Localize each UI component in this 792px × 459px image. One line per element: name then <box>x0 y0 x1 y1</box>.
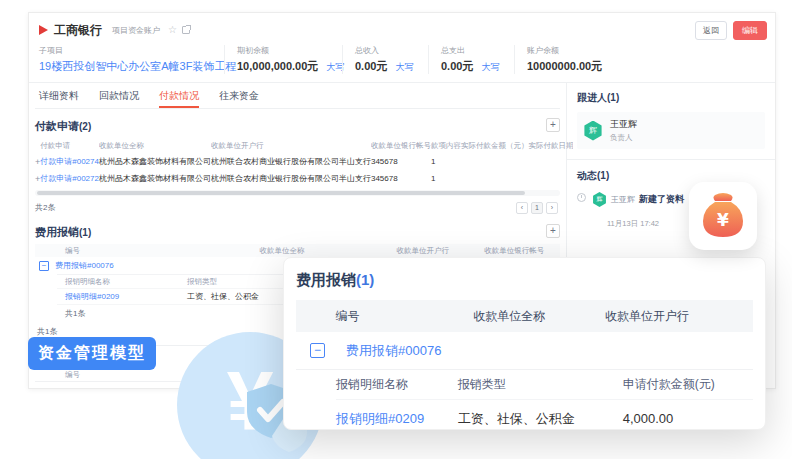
followers-title: 跟进人 <box>577 92 607 103</box>
overlay-title: 费用报销 <box>296 271 356 288</box>
col-header: 款项内容 <box>431 138 461 153</box>
follower-name: 王亚辉 <box>610 118 637 131</box>
cell-account: 345678 <box>371 170 431 187</box>
expense-table-header: 编号 收款单位全称 收款单位开户行 收款单位银行帐号 <box>35 244 560 257</box>
field-value: 10000000.00元 <box>527 59 602 74</box>
payment-request-link[interactable]: 付款申请#00272 <box>40 170 99 187</box>
add-expense-button[interactable]: + <box>546 224 560 238</box>
col-header: 报销明细名称 <box>336 376 458 393</box>
activity-action: 新建了资料 <box>639 193 684 206</box>
col-header: 编号 <box>35 370 195 380</box>
page-number[interactable]: 1 <box>531 202 543 214</box>
expense-link[interactable]: 费用报销#00076 <box>346 342 441 360</box>
col-header: 收款单位全称 <box>187 246 377 256</box>
topbar: 工商银行 项目资金账户 ☆ 返回 编辑 <box>29 13 775 43</box>
tab-bar: 详细资料 回款情况 付款情况 往来资金 <box>35 83 560 109</box>
cell-expense-type: 工资、社保、公积金 <box>458 410 623 428</box>
tab-current-funds[interactable]: 往来资金 <box>219 89 259 108</box>
field-subproject: 子项目 19楼西投创智中心办公室A幢3F装饰工程 <box>39 45 224 74</box>
subproject-link[interactable]: 19楼西投创智中心办公室A幢3F装饰工程 <box>39 59 212 74</box>
col-header: 收款单位全称 <box>99 138 211 153</box>
back-button[interactable]: 返回 <box>695 21 727 40</box>
field-total-expense: 总支出 0.00元大写 <box>428 45 514 74</box>
divider <box>567 159 775 160</box>
edit-button[interactable]: 编辑 <box>733 21 767 40</box>
field-value: 0.00元 <box>441 60 473 72</box>
followers-count: (1) <box>607 92 619 103</box>
overlay-count: (1) <box>356 271 374 288</box>
tab-details[interactable]: 详细资料 <box>39 89 79 108</box>
overlay-expense-row: − 费用报销#00076 <box>296 332 753 370</box>
col-header: 报销类型 <box>458 376 623 393</box>
uppercase-link[interactable]: 大写 <box>395 62 413 72</box>
activity-count: (1) <box>597 170 609 181</box>
expense-detail-link[interactable]: 报销明细#0209 <box>57 291 187 302</box>
col-header: 实际付款金额（元） <box>461 138 529 153</box>
cell-amount: 4,000.00 <box>623 411 753 426</box>
page-next-button[interactable]: › <box>546 202 558 214</box>
model-badge: 资金管理模型 <box>28 337 156 370</box>
add-payment-request-button[interactable]: + <box>546 118 560 132</box>
col-header: 申请付款金额(元) <box>623 376 753 393</box>
cell-company: 杭州品木森鑫装饰材料有限公司 <box>99 170 211 187</box>
field-label: 总支出 <box>441 45 502 56</box>
tab-payments[interactable]: 付款情况 <box>159 89 199 108</box>
brand-arrow-icon <box>39 25 48 35</box>
col-header: 收款单位银行帐号 <box>469 246 561 256</box>
payment-request-count: (2) <box>79 121 91 132</box>
pagination: ‹ 1 › <box>516 202 558 214</box>
payment-request-link[interactable]: 付款申请#00274 <box>40 153 99 170</box>
avatar: 辉 <box>583 121 603 141</box>
row-collapse-button[interactable]: − <box>310 343 325 358</box>
bag-yen-symbol: ¥ <box>717 210 729 230</box>
overlay-sub-header: 报销明细名称 报销类型 申请付款金额(元) <box>336 370 753 400</box>
table-row: + 付款申请#00274 杭州品木森鑫装饰材料有限公司 杭州联合农村商业银行股份… <box>35 153 573 170</box>
col-header: 付款申请 <box>40 138 99 153</box>
moneybag-card: ¥ <box>689 182 757 250</box>
scrollbar-thumb[interactable] <box>37 191 525 195</box>
avatar: 辉 <box>592 192 607 207</box>
col-header: 收款单位全称 <box>461 308 605 325</box>
cell-bank: 杭州联合农村商业银行股份有限公司半山支行 <box>211 170 371 187</box>
favorite-star-icon[interactable]: ☆ <box>168 25 177 35</box>
field-value: 0.00元 <box>355 60 387 72</box>
cell-company: 杭州品木森鑫装饰材料有限公司 <box>99 153 211 170</box>
cell-bank: 杭州联合农村商业银行股份有限公司半山支行 <box>211 153 371 170</box>
field-account-balance: 账户余额 10000000.00元 <box>514 45 614 74</box>
payment-request-table: 付款申请 收款单位全称 收款单位开户行 收款单位银行帐号 款项内容 实际付款金额… <box>35 138 573 187</box>
field-total-income: 总收入 0.00元大写 <box>342 45 428 74</box>
field-label: 子项目 <box>39 45 212 56</box>
payment-request-title: 付款申请 <box>35 120 79 132</box>
uppercase-link[interactable]: 大写 <box>481 62 499 72</box>
col-header: 报销明细名称 <box>57 277 187 287</box>
col-header: 收款单位银行帐号 <box>371 138 431 153</box>
col-header: 编号 <box>326 308 462 325</box>
expense-detail-link[interactable]: 报销明细#0209 <box>336 410 458 428</box>
follower-role: 负责人 <box>610 133 637 143</box>
expense-overlay-panel: 费用报销(1) 编号 收款单位全称 收款单位开户行 − 费用报销#00076 报… <box>283 257 766 430</box>
moneybag-icon: ¥ <box>701 193 745 239</box>
page-subtitle: 项目资金账户 <box>112 25 160 36</box>
field-value: 10,000,000.00元 <box>237 60 318 72</box>
activity-user: 王亚辉 <box>611 194 635 205</box>
col-header: 编号 <box>57 246 187 256</box>
expense-count: (1) <box>79 227 91 238</box>
expand-icon[interactable] <box>182 26 190 34</box>
follower-item[interactable]: 辉 王亚辉 负责人 <box>577 112 765 149</box>
row-collapse-button[interactable]: − <box>39 261 49 271</box>
col-header: 收款单位开户行 <box>211 138 371 153</box>
cell-content: 1 <box>431 170 461 187</box>
tab-collections[interactable]: 回款情况 <box>99 89 139 108</box>
cell-account: 345678 <box>371 153 431 170</box>
summary-bar: 子项目 19楼西投创智中心办公室A幢3F装饰工程 期初余额 10,000,000… <box>29 43 775 83</box>
expense-link[interactable]: 费用报销#00076 <box>55 260 114 271</box>
field-opening-balance: 期初余额 10,000,000.00元大写 <box>224 45 342 74</box>
col-header: 收款单位开户行 <box>377 246 469 256</box>
field-label: 账户余额 <box>527 45 602 56</box>
horizontal-scrollbar <box>35 190 560 196</box>
table-row: + 付款申请#00272 杭州品木森鑫装饰材料有限公司 杭州联合农村商业银行股份… <box>35 170 573 187</box>
expense-title: 费用报销 <box>35 226 79 238</box>
page-prev-button[interactable]: ‹ <box>516 202 528 214</box>
field-label: 期初余额 <box>237 45 330 56</box>
activity-title: 动态 <box>577 170 597 181</box>
